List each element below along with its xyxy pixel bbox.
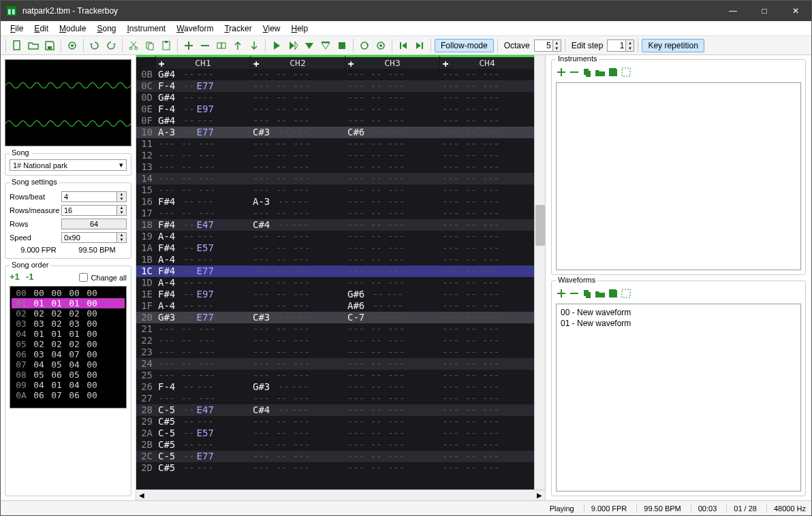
pattern-row[interactable]: 1AF#4 -- E57--- -- ------ -- ------ -- -… xyxy=(136,242,534,254)
duplicate-button[interactable] xyxy=(214,38,229,53)
order-row[interactable]: 0A06070600 xyxy=(12,390,125,400)
play-start-button[interactable] xyxy=(285,38,300,53)
move-up-button[interactable] xyxy=(230,38,245,53)
ch2-header[interactable]: +CH2− xyxy=(250,55,345,69)
add-button[interactable] xyxy=(181,38,196,53)
order-row[interactable]: 0805060500 xyxy=(12,370,125,380)
menu-module[interactable]: Module xyxy=(54,22,91,35)
pattern-row[interactable]: 21--- -- ------ -- ------ -- ------ -- -… xyxy=(136,323,534,335)
pattern-row[interactable]: 0CF-4 -- E77--- -- ------ -- ------ -- -… xyxy=(136,80,534,92)
order-row[interactable]: 0502020200 xyxy=(12,339,125,349)
menu-tracker[interactable]: Tracker xyxy=(219,22,257,35)
menu-view[interactable]: View xyxy=(257,22,286,35)
pattern-row[interactable]: 28C-5 -- E47C#4 -- ------ -- ------ -- -… xyxy=(136,404,534,416)
ch3-header[interactable]: +CH3− xyxy=(345,55,439,69)
remove-button[interactable] xyxy=(198,38,213,53)
order-decrement-button[interactable]: -1 xyxy=(26,272,40,283)
maximize-button[interactable]: □ xyxy=(749,1,780,21)
pattern-row[interactable]: 29C#5 -- ------ -- ------ -- ------ -- -… xyxy=(136,416,534,428)
waveform-item[interactable]: 01 - New waveform xyxy=(559,318,798,329)
rows-per-measure-input[interactable]: ▲▼ xyxy=(61,205,127,216)
pattern-row[interactable]: 14--- -- ------ -- ------ -- ------ -- -… xyxy=(136,173,534,184)
order-table[interactable]: 0000000000010101010002020202000303020300… xyxy=(10,286,127,408)
undo-button[interactable] xyxy=(87,38,102,53)
waveform-list[interactable]: 00 - New waveform01 - New waveform xyxy=(556,304,801,491)
ch4-remove-icon[interactable]: − xyxy=(443,58,448,69)
octave-spinner[interactable]: ▲▼ xyxy=(534,39,561,52)
order-row[interactable]: 0904010400 xyxy=(12,380,125,390)
pattern-row[interactable]: 0DG#4 -- ------ -- ------ -- ------ -- -… xyxy=(136,92,534,103)
paste-button[interactable] xyxy=(159,38,174,53)
ch1-remove-icon[interactable]: − xyxy=(159,58,164,69)
menu-song[interactable]: Song xyxy=(91,22,121,35)
pattern-row[interactable]: 12--- -- ------ -- ------ -- ------ -- -… xyxy=(136,150,534,161)
instrument-add-button[interactable] xyxy=(556,67,567,80)
pattern-row[interactable]: 1BA-4 -- ------ -- ------ -- ------ -- -… xyxy=(136,254,534,265)
instrument-dup-button[interactable] xyxy=(582,67,593,80)
step-button[interactable] xyxy=(318,38,333,53)
pattern-row[interactable]: 19A-4 -- ------ -- ------ -- ------ -- -… xyxy=(136,231,534,242)
instrument-import-button[interactable] xyxy=(595,67,606,80)
open-file-button[interactable] xyxy=(26,38,41,53)
waveform-dup-button[interactable] xyxy=(582,288,593,301)
loop-button[interactable] xyxy=(357,38,372,53)
waveform-export-button[interactable] xyxy=(608,288,619,301)
pattern-row[interactable]: 1EF#4 -- E97--- -- ---G#6 -- ------ -- -… xyxy=(136,289,534,300)
minimize-button[interactable]: ― xyxy=(717,1,749,21)
waveform-item[interactable]: 00 - New waveform xyxy=(559,307,798,318)
pattern-row[interactable]: 2AC-5 -- E57--- -- ------ -- ------ -- -… xyxy=(136,428,534,439)
pattern-row[interactable]: 22--- -- ------ -- ------ -- ------ -- -… xyxy=(136,335,534,346)
order-row[interactable]: 0101010100 xyxy=(12,298,125,308)
speed-input[interactable]: ▲▼ xyxy=(61,232,127,243)
cut-button[interactable] xyxy=(126,38,141,53)
config-button[interactable] xyxy=(65,38,80,53)
pattern-row[interactable]: 17--- -- ------ -- ------ -- ------ -- -… xyxy=(136,208,534,219)
pattern-row[interactable]: 23--- -- ------ -- ------ -- ------ -- -… xyxy=(136,346,534,358)
order-row[interactable]: 0603040700 xyxy=(12,349,125,359)
pattern-row[interactable]: 2BC#5 -- ------ -- ------ -- ------ -- -… xyxy=(136,439,534,451)
new-file-button[interactable] xyxy=(10,38,25,53)
menu-edit[interactable]: Edit xyxy=(29,22,54,35)
ch3-remove-icon[interactable]: − xyxy=(348,58,354,69)
pattern-row[interactable]: 11--- -- ------ -- ------ -- ------ -- -… xyxy=(136,138,534,150)
pattern-rows[interactable]: 0BG#4 -- ------ -- ------ -- ------ -- -… xyxy=(136,69,534,474)
instrument-export-button[interactable] xyxy=(608,67,619,80)
prev-pattern-button[interactable] xyxy=(396,38,411,53)
save-file-button[interactable] xyxy=(42,38,57,53)
waveform-add-button[interactable] xyxy=(556,288,567,301)
song-select[interactable]: 1# National park▾ xyxy=(10,159,127,171)
follow-mode-toggle[interactable]: Follow-mode xyxy=(435,39,494,52)
pattern-row[interactable]: 1CF#4 -- E77--- -- ------ -- ------ -- -… xyxy=(136,265,534,277)
ch2-remove-icon[interactable]: − xyxy=(253,58,259,69)
next-pattern-button[interactable] xyxy=(412,38,427,53)
move-down-button[interactable] xyxy=(247,38,262,53)
ch1-header[interactable]: +CH1− xyxy=(155,55,250,69)
vertical-scrollbar[interactable] xyxy=(534,55,545,489)
pattern-row[interactable]: 1FA-4 -- ------ -- ---A#6 -- ------ -- -… xyxy=(136,300,534,312)
pattern-row[interactable]: 10A-3 -- E77C#3 -- ---C#6 -- ------ -- -… xyxy=(136,127,534,138)
menu-help[interactable]: Help xyxy=(285,22,313,35)
pattern-row[interactable]: 26F-4 -- ---G#3 -- ------ -- ------ -- -… xyxy=(136,381,534,393)
change-all-checkbox[interactable] xyxy=(79,273,88,282)
order-increment-button[interactable]: +1 xyxy=(10,272,23,283)
order-row[interactable]: 0202020200 xyxy=(12,308,125,319)
key-repetition-toggle[interactable]: Key repetition xyxy=(642,39,704,52)
record-button[interactable] xyxy=(373,38,388,53)
menu-file[interactable]: File xyxy=(5,22,29,35)
waveform-remove-button[interactable] xyxy=(569,288,580,301)
redo-button[interactable] xyxy=(104,38,119,53)
close-button[interactable]: ✕ xyxy=(780,1,811,21)
play-row-button[interactable] xyxy=(302,38,317,53)
pattern-row[interactable]: 25--- -- ------ -- ------ -- ------ -- -… xyxy=(136,370,534,381)
order-row[interactable]: 0303020300 xyxy=(12,319,125,329)
instrument-remove-button[interactable] xyxy=(569,67,580,80)
order-row[interactable]: 0704050400 xyxy=(12,359,125,370)
rows-per-beat-input[interactable]: ▲▼ xyxy=(61,191,127,202)
order-row[interactable]: 0401010100 xyxy=(12,329,125,339)
instrument-list[interactable] xyxy=(556,82,801,270)
pattern-row[interactable]: 15--- -- ------ -- ------ -- ------ -- -… xyxy=(136,184,534,196)
pattern-row[interactable]: 20G#3 -- E77C#3 -- ---C-7 -- ------ -- -… xyxy=(136,312,534,323)
order-row[interactable]: 0000000000 xyxy=(12,288,125,298)
instrument-edit-button[interactable] xyxy=(621,67,631,80)
play-button[interactable] xyxy=(269,38,284,53)
